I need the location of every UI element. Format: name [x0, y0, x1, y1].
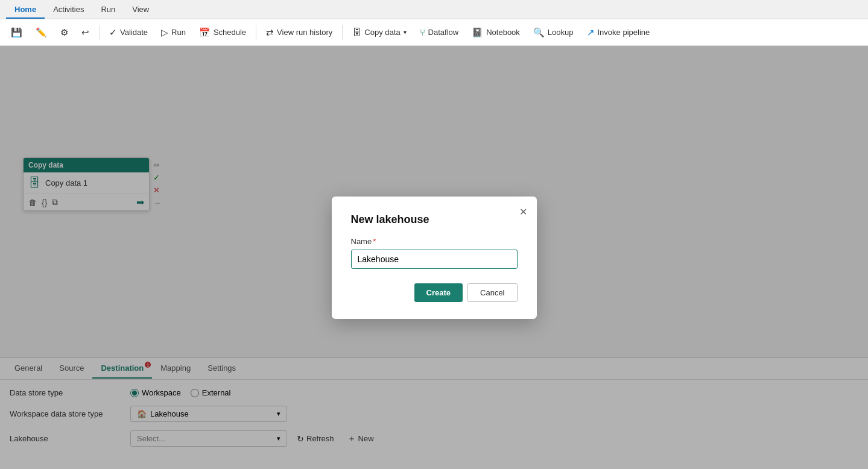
copy-data-button[interactable]: 🗄 Copy data ▾: [346, 24, 412, 40]
tab-view[interactable]: View: [124, 1, 157, 19]
invoke-pipeline-label: Invoke pipeline: [598, 28, 650, 37]
main-area: Copy data ⇔ ✓ ✕ → 🗄 Copy data 1 🗑 {} ⧉ ➡…: [0, 46, 868, 469]
history-icon: ⇄: [266, 27, 274, 38]
modal-actions: Create Cancel: [351, 283, 518, 302]
run-label: Run: [171, 28, 186, 37]
chevron-down-icon: ▾: [404, 29, 407, 36]
modal-name-label: Name*: [351, 237, 518, 246]
tab-activities[interactable]: Activities: [45, 1, 92, 19]
edit-button[interactable]: ✏️: [30, 24, 53, 41]
separator-1: [99, 25, 100, 40]
lookup-button[interactable]: 🔍 Lookup: [527, 24, 580, 41]
dataflow-button[interactable]: ⑂ Dataflow: [414, 24, 465, 40]
run-icon: ▷: [161, 27, 168, 38]
view-run-history-button[interactable]: ⇄ View run history: [260, 24, 338, 41]
new-lakehouse-modal: ✕ New lakehouse Name* Create Cancel: [332, 197, 537, 319]
view-run-history-label: View run history: [277, 28, 332, 37]
undo-icon: ↩: [81, 27, 89, 38]
top-nav-tabs: Home Activities Run View: [0, 0, 868, 19]
save-icon: 💾: [11, 27, 22, 38]
copy-data-label: Copy data: [364, 28, 400, 37]
lookup-label: Lookup: [548, 28, 574, 37]
copy-data-icon: 🗄: [352, 27, 361, 37]
checkmark-icon: ✓: [109, 27, 117, 38]
schedule-label: Schedule: [214, 28, 246, 37]
dataflow-label: Dataflow: [428, 28, 459, 37]
separator-3: [342, 25, 343, 40]
dataflow-icon: ⑂: [420, 27, 425, 37]
notebook-label: Notebook: [486, 28, 520, 37]
invoke-pipeline-icon: ↗: [587, 27, 595, 38]
save-button[interactable]: 💾: [5, 24, 28, 41]
run-button[interactable]: ▷ Run: [155, 24, 192, 41]
modal-close-button[interactable]: ✕: [519, 206, 527, 218]
undo-button[interactable]: ↩: [75, 24, 95, 41]
schedule-button[interactable]: 📅 Schedule: [193, 24, 252, 41]
toolbar: 💾 ✏️ ⚙ ↩ ✓ Validate ▷ Run 📅 Schedule ⇄ V…: [0, 19, 868, 46]
lookup-icon: 🔍: [533, 27, 545, 38]
notebook-icon: 📓: [472, 27, 483, 38]
modal-title: New lakehouse: [351, 213, 518, 226]
required-star: *: [373, 237, 376, 246]
edit-icon: ✏️: [36, 27, 47, 38]
validate-label: Validate: [120, 28, 148, 37]
schedule-icon: 📅: [199, 27, 211, 38]
tab-home[interactable]: Home: [6, 1, 45, 19]
create-button[interactable]: Create: [414, 283, 463, 302]
modal-name-input[interactable]: [351, 250, 518, 269]
gear-icon: ⚙: [60, 27, 68, 38]
cancel-button[interactable]: Cancel: [467, 283, 517, 302]
invoke-pipeline-button[interactable]: ↗ Invoke pipeline: [581, 24, 656, 41]
notebook-button[interactable]: 📓 Notebook: [466, 24, 526, 41]
modal-overlay[interactable]: ✕ New lakehouse Name* Create Cancel: [0, 46, 868, 469]
separator-2: [256, 25, 256, 40]
validate-button[interactable]: ✓ Validate: [103, 24, 154, 41]
tab-run[interactable]: Run: [92, 1, 124, 19]
settings-button[interactable]: ⚙: [54, 24, 74, 41]
